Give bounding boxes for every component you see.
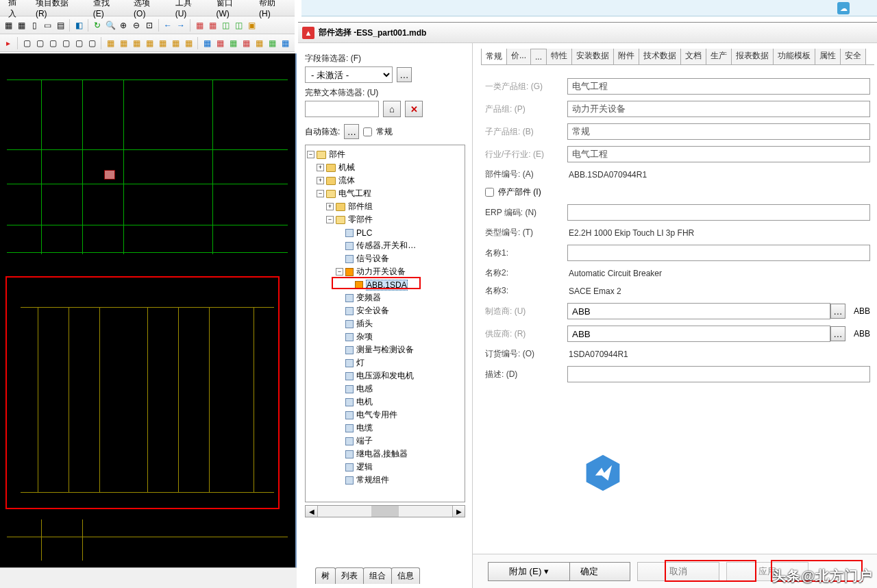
expand-icon[interactable]: + xyxy=(326,203,334,210)
cb-discontinued[interactable] xyxy=(485,188,494,197)
menu-options[interactable]: 选项 (O) xyxy=(128,0,170,21)
tree-leaf[interactable]: 电感 xyxy=(356,383,373,395)
tab-install[interactable]: 安装数据 xyxy=(571,49,614,64)
tb-zoomfit-icon[interactable]: ⊡ xyxy=(144,20,155,31)
tab-combo[interactable]: 组合 xyxy=(363,567,392,584)
tree-leaf[interactable]: PLC xyxy=(356,228,372,238)
tb-e-icon[interactable]: ▣ xyxy=(246,20,257,31)
auto-filter-checkbox[interactable] xyxy=(363,127,372,136)
tb2-3-icon[interactable]: ▢ xyxy=(47,38,58,49)
clear-icon[interactable]: ✕ xyxy=(405,101,423,117)
tree-leaf[interactable]: 常规组件 xyxy=(356,474,389,486)
menu-insert[interactable]: 插入 xyxy=(3,0,30,22)
in-desc[interactable] xyxy=(567,366,870,382)
in-prod3[interactable] xyxy=(567,123,870,140)
tab-attr[interactable]: 属性 xyxy=(815,49,841,64)
tb-sheet-icon[interactable]: ▭ xyxy=(42,20,53,31)
tree-node[interactable]: 机械 xyxy=(338,162,355,173)
tab-safe[interactable]: 安全 xyxy=(840,49,866,64)
tb-a-icon[interactable]: ▦ xyxy=(194,20,205,31)
tree-node[interactable]: 零部件 xyxy=(348,214,373,225)
expand-icon[interactable]: − xyxy=(317,190,324,197)
tb2-11-icon[interactable]: ▦ xyxy=(157,38,168,49)
tb2-10-icon[interactable]: ▦ xyxy=(144,38,155,49)
tree-leaf[interactable]: 动力开关设备 xyxy=(356,266,406,278)
tb2-16-icon[interactable]: ▦ xyxy=(227,38,238,49)
expand-icon[interactable]: − xyxy=(326,216,334,223)
tb-zoomin-icon[interactable]: ⊕ xyxy=(118,20,129,31)
tb2-4-icon[interactable]: ▢ xyxy=(60,38,71,49)
expand-icon[interactable]: − xyxy=(336,268,343,275)
menu-tools[interactable]: 工具 (U) xyxy=(170,0,211,21)
tab-char[interactable]: 特性 xyxy=(546,49,572,64)
tree-root[interactable]: 部件 xyxy=(329,149,345,160)
tb-b-icon[interactable]: ▦ xyxy=(207,20,218,31)
tb2-15-icon[interactable]: ▦ xyxy=(214,38,225,49)
tab-tree[interactable]: 树 xyxy=(315,567,336,584)
tb-refresh-icon[interactable]: ↻ xyxy=(92,20,103,31)
tab-info[interactable]: 信息 xyxy=(391,567,420,584)
tb2-8-icon[interactable]: ▦ xyxy=(118,38,129,49)
in-supplier-code[interactable] xyxy=(567,326,830,342)
tree-leaf[interactable]: 信号设备 xyxy=(356,253,389,265)
parts-tree[interactable]: −部件 +机械 +流体 −电气工程 +部件组 −零部件 PLC 传感器,开关和…… xyxy=(305,145,465,502)
tree-leaf[interactable]: 电机 xyxy=(356,396,373,408)
tab-prod[interactable]: 生产 xyxy=(706,49,732,64)
tree-leaf[interactable]: 插头 xyxy=(356,318,373,330)
tab-func[interactable]: 功能模板 xyxy=(773,49,815,64)
tb2-flag-icon[interactable]: ▸ xyxy=(3,38,14,49)
field-filter-select[interactable]: - 未激活 - xyxy=(305,66,393,83)
search-icon[interactable]: ⌂ xyxy=(383,101,401,117)
auto-filter-button[interactable]: … xyxy=(344,124,359,139)
tb2-6-icon[interactable]: ▢ xyxy=(86,38,97,49)
schematic-canvas[interactable] xyxy=(0,53,297,567)
tree-leaf[interactable]: 传感器,开关和… xyxy=(356,240,416,252)
tree-leaf[interactable]: 端子 xyxy=(356,435,373,447)
tb-zoom-icon[interactable]: 🔍 xyxy=(105,20,116,31)
scroll-left-icon[interactable]: ◀ xyxy=(306,506,318,517)
scroll-thumb[interactable] xyxy=(371,506,399,517)
tb-back-icon[interactable]: ← xyxy=(162,20,173,31)
tab-general[interactable]: 常规 xyxy=(481,49,507,65)
tree-leaf-selected[interactable]: ABB.1SDA xyxy=(366,280,408,291)
tab-doc[interactable]: 文档 xyxy=(680,49,706,64)
tb2-13-icon[interactable]: ▦ xyxy=(183,38,194,49)
dialog-titlebar[interactable]: ▲ 部件选择 - ESS_part001.mdb xyxy=(298,23,877,43)
tb2-19-icon[interactable]: ▦ xyxy=(267,38,277,49)
tree-node[interactable]: 流体 xyxy=(338,175,355,186)
tb-doc-icon[interactable]: ▯ xyxy=(29,20,40,31)
tree-leaf[interactable]: 安全设备 xyxy=(356,305,389,317)
tab-accessory[interactable]: 附件 xyxy=(613,49,639,64)
tree-hscrollbar[interactable]: ◀ ▶ xyxy=(305,505,465,517)
tree-leaf[interactable]: 电压源和发电机 xyxy=(356,370,414,382)
scroll-right-icon[interactable]: ▶ xyxy=(452,506,465,517)
menu-window[interactable]: 窗口 (W) xyxy=(211,0,254,21)
in-erp[interactable] xyxy=(567,204,870,221)
maker-lookup-button[interactable]: … xyxy=(830,304,845,319)
in-maker-code[interactable] xyxy=(567,303,830,319)
menu-projdata[interactable]: 项目数据 (R) xyxy=(30,0,88,21)
tb-page-icon[interactable]: ▤ xyxy=(55,20,66,31)
tab-report[interactable]: 报表数据 xyxy=(731,49,774,64)
tree-leaf[interactable]: 测量与检测设备 xyxy=(356,344,414,356)
tree-leaf[interactable]: 电气专用件 xyxy=(356,409,397,421)
tree-leaf[interactable]: 变频器 xyxy=(356,292,381,304)
tb-c-icon[interactable]: ◫ xyxy=(220,20,231,31)
menu-help[interactable]: 帮助 (H) xyxy=(254,0,295,21)
tb2-17-icon[interactable]: ▦ xyxy=(240,38,251,49)
in-prod2[interactable] xyxy=(567,101,870,117)
text-filter-input[interactable] xyxy=(305,101,379,117)
field-filter-more-button[interactable]: … xyxy=(397,67,412,82)
component-symbol[interactable] xyxy=(104,170,115,180)
tb-fwd-icon[interactable]: → xyxy=(175,20,186,31)
expand-icon[interactable]: + xyxy=(317,177,324,184)
in-prod1[interactable] xyxy=(567,78,870,95)
tree-node[interactable]: 部件组 xyxy=(348,201,373,212)
in-name1[interactable] xyxy=(567,245,870,261)
tb-grid-icon[interactable]: ▦ xyxy=(3,20,14,31)
tree-node[interactable]: 电气工程 xyxy=(338,188,371,199)
tb-grid2-icon[interactable]: ▦ xyxy=(16,20,27,31)
tree-leaf[interactable]: 灯 xyxy=(356,357,365,369)
tb-zoomout-icon[interactable]: ⊖ xyxy=(131,20,142,31)
tree-leaf[interactable]: 逻辑 xyxy=(356,461,373,473)
